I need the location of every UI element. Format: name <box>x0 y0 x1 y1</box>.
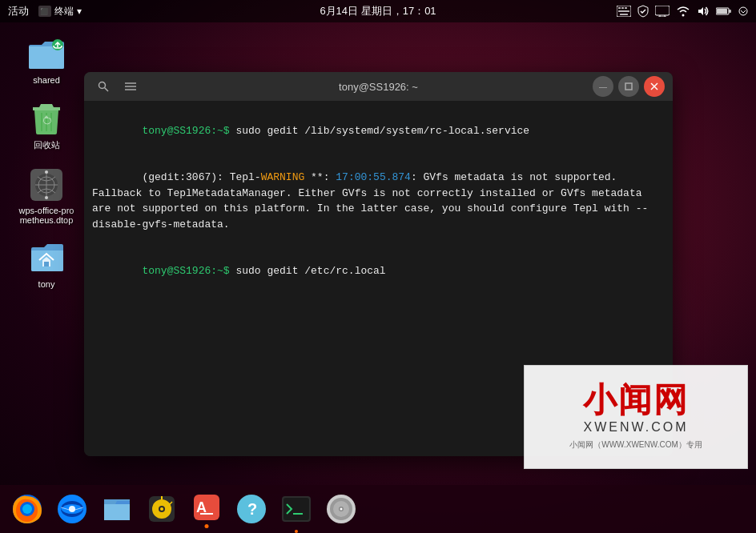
tony-label: tony <box>38 279 55 289</box>
svg-rect-5 <box>625 7 627 9</box>
terminal-line-3: tony@SS1926:~$ sudo gedit /etc/rc.local <box>92 248 665 295</box>
warning-keyword: WARNING <box>261 171 305 183</box>
maximize-button[interactable] <box>618 76 639 97</box>
firefox-icon <box>11 493 43 525</box>
wps-icon <box>27 166 66 204</box>
dock-rhythmbox[interactable] <box>141 488 183 530</box>
search-icon <box>98 81 109 92</box>
terminal-search-button[interactable] <box>92 75 115 98</box>
watermark-overlay: 小闻网 XWENW.COM 小闻网（WWW.XWENW.COM）专用 <box>524 365 748 469</box>
shared-label: shared <box>33 75 60 85</box>
prompt-2: tony@SS1926:~$ <box>142 265 229 277</box>
help-icon: ? <box>235 493 267 525</box>
terminal-line-2: (gedit:3067): Tepl-WARNING **: 17:00:55.… <box>92 154 665 248</box>
dock-thunderbird[interactable] <box>51 488 93 530</box>
dvd-icon <box>325 493 357 525</box>
svg-rect-34 <box>625 83 632 90</box>
rhythmbox-icon <box>146 493 178 525</box>
home-icon <box>27 239 66 278</box>
svg-point-29 <box>99 82 106 89</box>
desktop-icon-shared[interactable]: shared <box>14 32 78 88</box>
terminal-label: 终端 <box>54 5 74 18</box>
terminal-icon: ⬛ <box>38 6 51 17</box>
svg-point-47 <box>160 507 163 511</box>
menu-icon <box>125 82 136 91</box>
appstore-icon: A <box>191 491 223 523</box>
dock-dvd[interactable] <box>320 488 362 530</box>
watermark-main-text: 小闻网 <box>583 383 689 417</box>
svg-text:?: ? <box>247 500 257 518</box>
svg-point-42 <box>69 506 75 512</box>
command-1: sudo gedit /lib/systemd/system/rc-local.… <box>230 125 529 137</box>
svg-point-26 <box>45 170 48 174</box>
svg-line-30 <box>105 88 109 92</box>
wps-label: wps-office-prometheus.dtop <box>18 206 75 225</box>
datetime-display: 6月14日 星期日，17：01 <box>320 4 436 18</box>
minimize-button[interactable]: — <box>593 76 613 97</box>
recycle-label: 回收站 <box>34 139 60 151</box>
terminal-titlebar: tony@SS1926: ~ — <box>84 72 673 101</box>
dock-appstore[interactable]: A <box>186 488 227 530</box>
svg-point-12 <box>682 14 685 17</box>
watermark-sub-text: XWENW.COM <box>584 420 689 435</box>
desktop-icon-tony[interactable]: tony <box>14 236 78 292</box>
terminal-title: tony@SS1926: ~ <box>339 81 418 93</box>
network-icon[interactable] <box>676 5 690 18</box>
terminal-menu-button[interactable] <box>119 75 142 98</box>
system-menu-icon[interactable] <box>738 6 748 16</box>
close-icon <box>650 82 658 90</box>
dock-help[interactable]: ? <box>231 488 272 530</box>
thunderbird-icon <box>56 493 88 525</box>
svg-rect-3 <box>618 7 621 9</box>
desktop-icon-wps[interactable]: wps-office-prometheus.dtop <box>14 162 78 228</box>
svg-rect-6 <box>618 10 629 12</box>
desktop: 活动 ⬛ 终端 ▾ 6月14日 星期日，17：01 <box>0 0 756 533</box>
taskbar: A ? <box>0 485 756 533</box>
svg-point-39 <box>22 504 32 514</box>
keyboard-icon[interactable] <box>617 6 631 17</box>
svg-point-27 <box>45 196 48 199</box>
svg-rect-8 <box>655 6 670 15</box>
volume-icon[interactable] <box>697 6 710 17</box>
terminal-dock-icon <box>280 493 312 525</box>
files-icon <box>101 493 133 525</box>
close-button[interactable] <box>644 76 665 97</box>
dock-terminal[interactable] <box>275 488 317 530</box>
activities-button[interactable]: 活动 <box>8 4 29 18</box>
svg-point-16 <box>739 7 747 15</box>
terminal-line-1: tony@SS1926:~$ sudo gedit /lib/systemd/s… <box>92 107 665 154</box>
shared-folder-icon <box>27 35 66 74</box>
maximize-icon <box>625 82 633 90</box>
battery-icon[interactable] <box>716 6 732 16</box>
recycle-icon <box>27 99 66 138</box>
system-tray <box>617 5 748 18</box>
svg-text:⬛: ⬛ <box>40 7 48 15</box>
command-2: sudo gedit /etc/rc.local <box>230 265 386 277</box>
svg-rect-15 <box>717 9 727 14</box>
watermark-url: 小闻网（WWW.XWENW.COM）专用 <box>569 439 702 451</box>
svg-rect-14 <box>729 10 731 13</box>
dock-firefox[interactable] <box>6 488 48 530</box>
appstore-badge <box>205 524 209 528</box>
warning-time: 17:00:55.874 <box>336 171 411 183</box>
svg-point-60 <box>340 508 343 511</box>
svg-rect-7 <box>620 14 628 15</box>
shield-icon[interactable] <box>637 5 649 18</box>
desktop-icon-recycle[interactable]: 回收站 <box>14 96 78 154</box>
display-icon[interactable] <box>655 6 670 17</box>
desktop-icon-area: shared 回收站 <box>14 32 78 292</box>
top-panel: 活动 ⬛ 终端 ▾ 6月14日 星期日，17：01 <box>0 0 756 22</box>
dock-files[interactable] <box>96 488 138 530</box>
svg-rect-4 <box>621 7 624 9</box>
terminal-dropdown-arrow: ▾ <box>77 6 82 17</box>
svg-rect-54 <box>284 498 309 520</box>
terminal-menu[interactable]: ⬛ 终端 ▾ <box>38 5 82 18</box>
prompt-1: tony@SS1926:~$ <box>142 125 229 137</box>
svg-rect-28 <box>44 262 49 266</box>
warning-prefix: (gedit:3067): Tepl- <box>142 171 260 183</box>
